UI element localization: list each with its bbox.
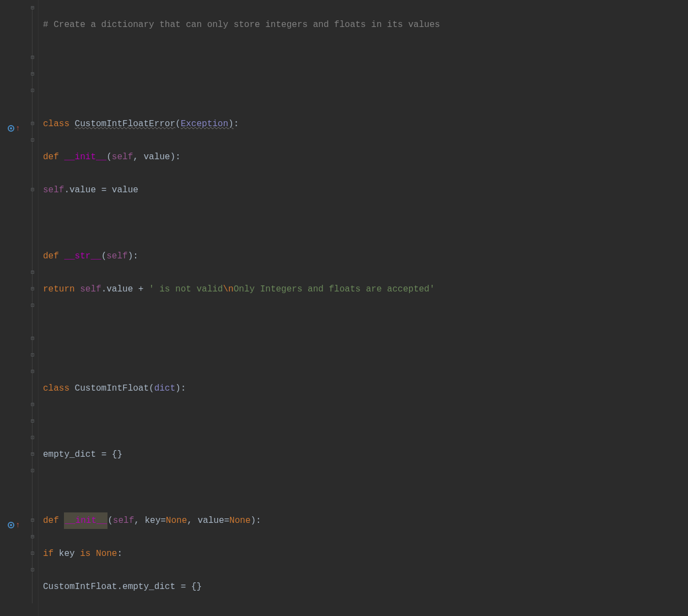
code-line[interactable]: CustomIntFloat.empty_dict = {}	[43, 579, 688, 595]
code-line[interactable]	[43, 215, 688, 231]
code-line[interactable]: return self.value + ' is not valid\nOnly…	[43, 281, 688, 298]
code-line[interactable]	[43, 612, 688, 616]
fold-end-icon[interactable]: ⊡	[29, 567, 36, 574]
fold-column: ⊟ ⊟ ⊟ ⊡ ⊟ ⊡ ⊟ ⊟ ⊟ ⊡ ⊟ ⊡ ⊟ ⊟ ⊟ ⊡ ⊟ ⊡ ⊟ ⊟ …	[28, 0, 39, 616]
fold-toggle-icon[interactable]: ⊟	[29, 517, 36, 524]
fold-toggle-icon[interactable]: ⊟	[29, 451, 36, 458]
fold-toggle-icon[interactable]: ⊟	[29, 269, 36, 276]
fold-end-icon[interactable]: ⊡	[29, 88, 36, 94]
code-line[interactable]	[43, 479, 688, 496]
code-line[interactable]	[43, 50, 688, 66]
code-line[interactable]: class CustomIntFloatError(Exception):	[43, 116, 688, 132]
fold-toggle-icon[interactable]: ⊟	[29, 418, 36, 425]
fold-end-icon[interactable]: ⊡	[29, 435, 36, 441]
code-line[interactable]: def __init__(self, key=None, value=None)…	[43, 512, 688, 529]
fold-toggle-icon[interactable]: ⊟	[29, 534, 36, 541]
fold-toggle-icon[interactable]: ⊟	[29, 5, 36, 12]
fold-end-icon[interactable]: ⊡	[29, 302, 36, 309]
fold-end-icon[interactable]: ⊡	[29, 550, 36, 557]
comment: # Create a dictionary that can only stor…	[43, 17, 440, 33]
code-line[interactable]	[43, 314, 688, 331]
code-line[interactable]: if key is None:	[43, 545, 688, 562]
override-marker-icon[interactable]: ↑	[8, 517, 20, 533]
code-line[interactable]: class CustomIntFloat(dict):	[43, 380, 688, 397]
code-line[interactable]: def __str__(self):	[43, 248, 688, 264]
code-line[interactable]: empty_dict = {}	[43, 446, 688, 463]
code-area[interactable]: # Create a dictionary that can only stor…	[39, 0, 688, 616]
fold-toggle-icon[interactable]: ⊟	[29, 55, 36, 61]
override-marker-icon[interactable]: ↑	[8, 120, 20, 137]
fold-toggle-icon[interactable]: ⊟	[29, 286, 36, 293]
code-line[interactable]	[43, 413, 688, 430]
fold-toggle-icon[interactable]: ⊟	[29, 121, 36, 127]
code-line[interactable]: def __init__(self, value):	[43, 149, 688, 165]
fold-toggle-icon[interactable]: ⊟	[29, 187, 36, 193]
fold-toggle-icon[interactable]: ⊟	[29, 402, 36, 408]
gutter: ↑ ↑	[0, 0, 28, 616]
code-editor: ↑ ↑ ⊟ ⊟ ⊟ ⊡ ⊟ ⊡ ⊟ ⊟ ⊟ ⊡ ⊟ ⊡ ⊟ ⊟ ⊟ ⊡ ⊟ ⊡ …	[0, 0, 688, 616]
code-line[interactable]: # Create a dictionary that can only stor…	[43, 17, 688, 33]
code-line[interactable]	[43, 83, 688, 99]
fold-toggle-icon[interactable]: ⊟	[29, 369, 36, 375]
fold-end-icon[interactable]: ⊡	[29, 468, 36, 474]
fold-toggle-icon[interactable]: ⊟	[29, 71, 36, 78]
code-line[interactable]: self.value = value	[43, 182, 688, 198]
fold-toggle-icon[interactable]: ⊟	[29, 336, 36, 342]
fold-end-icon[interactable]: ⊡	[29, 352, 36, 359]
code-line[interactable]	[43, 347, 688, 364]
fold-end-icon[interactable]: ⊡	[29, 137, 36, 144]
